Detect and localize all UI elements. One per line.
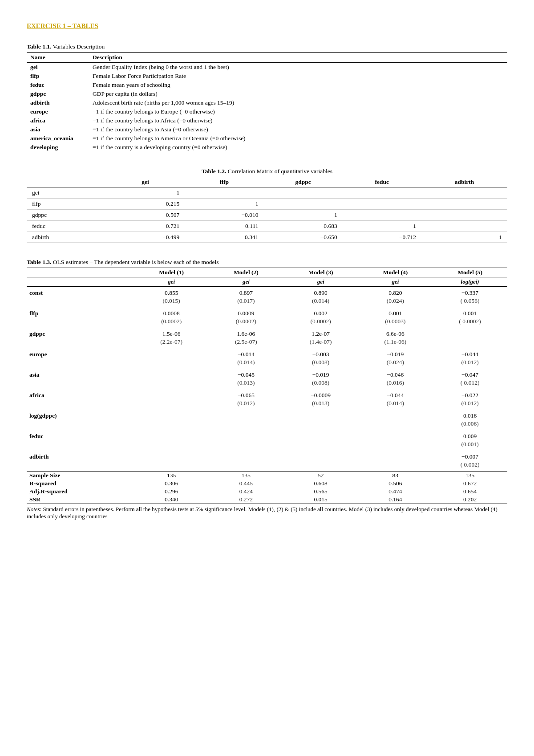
table-row: gdppc1.5e-061.6e-061.2e-076.6e-06: [27, 328, 507, 338]
table-1-2-section: Table 1.2. Correlation Matrix of quantit…: [27, 168, 507, 243]
table-row: adbirthAdolescent birth rate (births per…: [27, 98, 507, 107]
table-row: feduc0.721−0.1110.6831: [27, 221, 507, 232]
table-row: developing=1 if the country is a develop…: [27, 143, 507, 152]
footer-row: SSR0.3400.2720.0150.1640.202: [27, 496, 507, 504]
table-row: flfpFemale Labor Force Participation Rat…: [27, 72, 507, 81]
table-row: adbirth−0.4990.341−0.650−0.7121: [27, 232, 507, 243]
table-row: (0.001): [27, 440, 507, 451]
table-row: (0.006): [27, 420, 507, 430]
table-row: ( 0.002): [27, 461, 507, 471]
table-row: const0.8550.8970.8900.820−0.337: [27, 287, 507, 297]
table-1-1-section: Table 1.1. Variables Description Name De…: [27, 43, 507, 152]
table-row: log(gdppc)0.016: [27, 410, 507, 420]
table-row: (0.013)(0.008)(0.016)( 0.012): [27, 379, 507, 389]
table-row: africa=1 if the country belongs to Afric…: [27, 116, 507, 125]
table-row: america_oceania=1 if the country belongs…: [27, 134, 507, 143]
footer-row: R-squared0.3060.4450.6080.5060.672: [27, 480, 507, 488]
table-row: (0.014)(0.008)(0.024)(0.012): [27, 358, 507, 369]
table-row: gdppc0.507−0.0101: [27, 210, 507, 221]
table-1-3-caption: Table 1.3. OLS estimates – The dependent…: [27, 259, 507, 266]
table-1-1: Name Description geiGender Equality Inde…: [27, 52, 507, 152]
table-row: (0.0002)(0.0002)(0.0002)(0.0003)( 0.0002…: [27, 317, 507, 328]
table-row: adbirth−0.007: [27, 451, 507, 461]
col-desc-header: Description: [89, 53, 507, 63]
table-1-3-section: Table 1.3. OLS estimates – The dependent…: [27, 259, 507, 520]
table-1-2-caption: Table 1.2. Correlation Matrix of quantit…: [27, 168, 507, 175]
table-row: europe−0.014−0.003−0.019−0.044: [27, 348, 507, 358]
table-1-3-notes: Notes: Standard errors in parentheses. P…: [27, 506, 507, 520]
page-title: EXERCISE 1 – TABLES: [27, 22, 507, 30]
table-row: asia−0.045−0.019−0.046−0.047: [27, 369, 507, 379]
table-row: (0.012)(0.013)(0.014)(0.012): [27, 399, 507, 410]
table-row: europe=1 if the country belongs to Europ…: [27, 107, 507, 116]
table-row: africa−0.065−0.0009−0.044−0.022: [27, 389, 507, 399]
table-1-3: Model (1)Model (2)Model (3)Model (4)Mode…: [27, 268, 507, 504]
footer-row: Sample Size1351355283135: [27, 471, 507, 480]
table-row: flfp0.2151: [27, 199, 507, 210]
table-1-1-caption: Table 1.1. Variables Description: [27, 43, 507, 50]
table-row: flfp0.00080.00090.0020.0010.001: [27, 307, 507, 317]
table-row: feducFemale mean years of schooling: [27, 81, 507, 89]
footer-row: Adj.R-squared0.2960.4240.5650.4740.654: [27, 488, 507, 496]
col-name-header: Name: [27, 53, 89, 63]
table-row: feduc0.009: [27, 430, 507, 440]
table-row: (2.2e-07)(2.5e-07)(1.4e-07)(1.1e-06): [27, 338, 507, 348]
table-1-2: geiflfpgdppcfeducadbirth gei1flfp0.2151g…: [27, 177, 507, 243]
table-row: (0.015)(0.017)(0.014)(0.024)( 0.056): [27, 297, 507, 307]
table-row: geiGender Equality Index (being 0 the wo…: [27, 63, 507, 72]
table-row: asia=1 if the country belongs to Asia (=…: [27, 125, 507, 134]
table-row: gdppcGDP per capita (in dollars): [27, 89, 507, 98]
table-row: gei1: [27, 187, 507, 199]
